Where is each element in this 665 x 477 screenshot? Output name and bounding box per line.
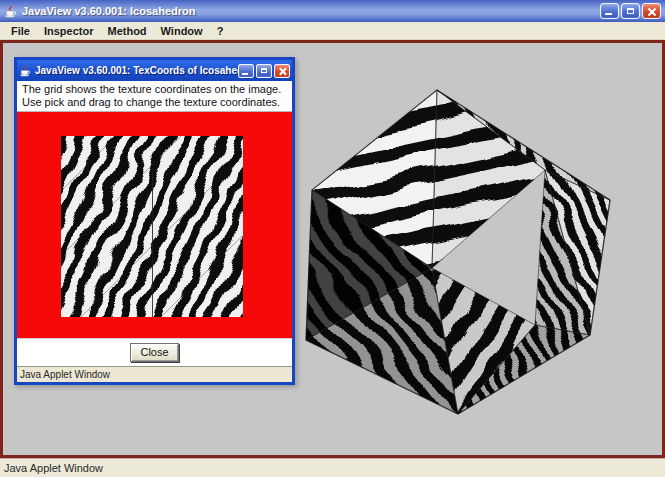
menu-method[interactable]: Method	[100, 24, 153, 38]
main-window-title: JavaView v3.60.001: Icosahedron	[22, 5, 600, 17]
texture-panel	[17, 112, 292, 338]
dialog-titlebar[interactable]: JavaView v3.60.001: TexCoords of Icosahe…	[17, 60, 292, 81]
minimize-icon	[242, 73, 248, 75]
dialog-status-bar: Java Applet Window	[17, 366, 292, 382]
menu-help[interactable]: ?	[210, 24, 231, 38]
menu-inspector[interactable]: Inspector	[37, 24, 101, 38]
restore-button[interactable]	[621, 3, 640, 19]
main-status-bar: Java Applet Window	[0, 458, 665, 477]
menu-file[interactable]: File	[4, 24, 37, 38]
dialog-maximize-button[interactable]	[256, 64, 272, 78]
icosahedron-viewport[interactable]	[290, 45, 620, 425]
minimize-button[interactable]	[600, 3, 619, 19]
dialog-title: JavaView v3.60.001: TexCoords of Icosahe…	[35, 65, 238, 76]
java-cup-icon	[19, 65, 31, 77]
texture-coords-image[interactable]	[61, 136, 243, 317]
dialog-button-row: Close	[17, 338, 292, 366]
javaview-main-window: JavaView v3.60.001: Icosahedron File Ins…	[0, 0, 665, 477]
restore-icon	[627, 8, 634, 14]
java-cup-icon	[4, 5, 17, 18]
close-dialog-button[interactable]: Close	[130, 343, 178, 362]
dialog-minimize-button[interactable]	[238, 64, 254, 78]
menu-window[interactable]: Window	[154, 24, 210, 38]
dialog-info-text: The grid shows the texture coordinates o…	[17, 81, 292, 112]
icosahedron-faces	[290, 60, 620, 425]
maximize-icon	[261, 68, 267, 73]
main-titlebar[interactable]: JavaView v3.60.001: Icosahedron	[0, 0, 665, 22]
minimize-icon	[605, 13, 612, 15]
close-button[interactable]	[642, 3, 661, 19]
texcoords-dialog: JavaView v3.60.001: TexCoords of Icosahe…	[14, 57, 295, 385]
menubar: File Inspector Method Window ?	[0, 22, 665, 40]
dialog-close-button[interactable]	[274, 64, 290, 78]
